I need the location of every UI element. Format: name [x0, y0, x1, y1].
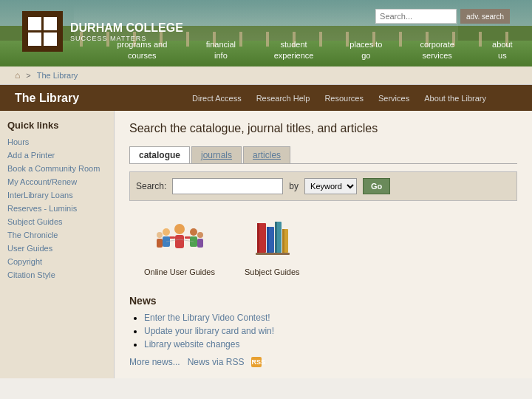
- svg-point-8: [157, 232, 163, 238]
- lib-nav-research[interactable]: Research Help: [256, 94, 310, 103]
- main-nav: programs and courses financial info stud…: [103, 39, 517, 61]
- tab-articles[interactable]: articles: [243, 146, 290, 163]
- svg-rect-19: [275, 222, 277, 253]
- nav-programs[interactable]: programs and courses: [103, 39, 181, 61]
- news-links: More news... News via RSS RSS: [129, 357, 517, 367]
- tab-journals[interactable]: journals: [191, 146, 242, 163]
- nav-about[interactable]: about us: [488, 39, 517, 61]
- subject-guides-item[interactable]: Subject Guides: [245, 216, 300, 276]
- list-item: The Chronicle: [7, 230, 106, 240]
- library-nav: Direct Access Research Help Resources Se…: [192, 94, 486, 103]
- sidebar-link-hours[interactable]: Hours: [7, 137, 29, 146]
- news-section: News Enter the Library Video Contest! Up…: [129, 295, 517, 367]
- svg-rect-21: [282, 229, 284, 253]
- lib-nav-services[interactable]: Services: [378, 94, 409, 103]
- news-heading: News: [129, 295, 517, 307]
- news-list: Enter the Library Video Contest! Update …: [129, 313, 517, 349]
- subject-guides-icon: [248, 216, 296, 264]
- svg-point-4: [163, 228, 170, 236]
- news-link-2[interactable]: Update your library card and win!: [144, 326, 274, 336]
- sidebar: Quick links Hours Add a Printer Book a C…: [0, 111, 115, 378]
- svg-point-6: [190, 228, 197, 236]
- header-search-button[interactable]: adv. search: [460, 9, 510, 24]
- search-label: Search:: [136, 181, 166, 191]
- svg-rect-15: [257, 223, 259, 253]
- svg-point-10: [197, 232, 203, 238]
- sidebar-link-account[interactable]: My Account/Renew: [7, 177, 77, 186]
- breadcrumb: ⌂ > The Library: [0, 66, 532, 85]
- search-input[interactable]: [172, 178, 283, 194]
- search-tabs: catalogue journals articles: [129, 146, 517, 164]
- tab-catalogue[interactable]: catalogue: [129, 146, 190, 163]
- icon-row: Online User Guides: [144, 216, 517, 276]
- sidebar-link-book-room[interactable]: Book a Community Room: [7, 164, 100, 173]
- search-keyword-select[interactable]: Keyword Title Author Subject: [304, 178, 357, 194]
- list-item: User Guides: [7, 243, 106, 253]
- sidebar-link-chronicle[interactable]: The Chronicle: [7, 231, 58, 239]
- svg-rect-2: [169, 236, 175, 239]
- nav-places[interactable]: places to go: [345, 39, 387, 61]
- list-item: Hours: [7, 137, 106, 147]
- svg-rect-3: [185, 236, 191, 239]
- nav-student[interactable]: student experience: [261, 39, 327, 61]
- header-search: adv. search: [375, 9, 510, 24]
- svg-rect-1: [175, 235, 184, 248]
- news-link-1[interactable]: Enter the Library Video Contest!: [144, 313, 270, 323]
- nav-corporate[interactable]: corporate services: [406, 39, 469, 61]
- list-item: Citation Style: [7, 270, 106, 280]
- rss-icon: RSS: [251, 357, 262, 367]
- list-item: Enter the Library Video Contest!: [144, 313, 517, 323]
- lib-nav-about[interactable]: About the Library: [424, 94, 486, 103]
- sidebar-title: Quick links: [7, 120, 106, 131]
- list-item: Book a Community Room: [7, 163, 106, 174]
- content-area: Search the catalogue, journal titles, an…: [115, 111, 532, 378]
- list-item: Reserves - Luminis: [7, 203, 106, 214]
- college-name: DURHAM COLLEGE SUCCESS MATTERS: [70, 21, 183, 42]
- list-item: Library website changes: [144, 339, 517, 349]
- lib-nav-direct[interactable]: Direct Access: [192, 94, 242, 103]
- list-item: Copyright: [7, 256, 106, 267]
- home-icon[interactable]: ⌂: [15, 70, 20, 81]
- svg-rect-17: [267, 227, 269, 253]
- content-heading: Search the catalogue, journal titles, an…: [129, 122, 517, 135]
- nav-financial[interactable]: financial info: [200, 39, 242, 61]
- breadcrumb-separator: >: [26, 71, 30, 80]
- library-header: The Library Direct Access Research Help …: [0, 85, 532, 111]
- site-header: DURHAM COLLEGE SUCCESS MATTERS adv. sear…: [0, 0, 532, 66]
- sidebar-link-copyright[interactable]: Copyright: [7, 257, 42, 266]
- sidebar-link-citation[interactable]: Citation Style: [7, 270, 55, 279]
- rss-link[interactable]: News via RSS: [188, 357, 245, 367]
- logo-box: [22, 11, 63, 52]
- svg-point-0: [174, 224, 185, 234]
- news-link-3[interactable]: Library website changes: [144, 339, 239, 349]
- sidebar-link-subject[interactable]: Subject Guides: [7, 217, 63, 226]
- user-guides-icon: [156, 216, 204, 264]
- sidebar-link-interlibrary[interactable]: InterLibrary Loans: [7, 191, 73, 200]
- lib-nav-resources[interactable]: Resources: [324, 94, 364, 103]
- user-guides-label: Online User Guides: [144, 267, 215, 276]
- sidebar-link-reserves[interactable]: Reserves - Luminis: [7, 204, 77, 213]
- svg-rect-9: [157, 239, 163, 248]
- search-bar: Search: by Keyword Title Author Subject …: [129, 171, 517, 201]
- sidebar-list: Hours Add a Printer Book a Community Roo…: [7, 137, 106, 280]
- breadcrumb-current[interactable]: The Library: [37, 71, 78, 80]
- list-item: Update your library card and win!: [144, 326, 517, 336]
- list-item: InterLibrary Loans: [7, 190, 106, 200]
- search-go-button[interactable]: Go: [363, 178, 390, 194]
- search-by-label: by: [289, 181, 299, 191]
- header-search-input[interactable]: [375, 9, 457, 24]
- list-item: Add a Printer: [7, 150, 106, 160]
- svg-rect-11: [197, 239, 203, 248]
- sidebar-link-printer[interactable]: Add a Printer: [7, 151, 55, 160]
- list-item: Subject Guides: [7, 216, 106, 227]
- list-item: My Account/Renew: [7, 177, 106, 187]
- sidebar-link-user-guides[interactable]: User Guides: [7, 244, 52, 253]
- library-title: The Library: [15, 92, 163, 105]
- more-news-link[interactable]: More news...: [129, 357, 180, 367]
- online-user-guides-item[interactable]: Online User Guides: [144, 216, 215, 276]
- svg-rect-22: [256, 253, 290, 255]
- main-content: Quick links Hours Add a Printer Book a C…: [0, 111, 532, 378]
- subject-guides-label: Subject Guides: [245, 267, 300, 276]
